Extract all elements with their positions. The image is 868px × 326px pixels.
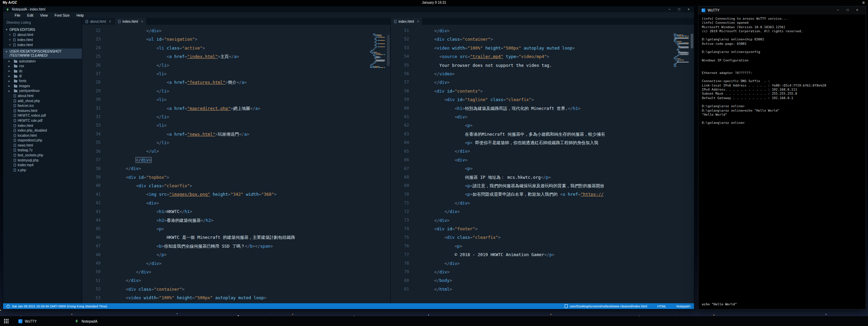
code-line[interactable]: <div id="topbox"> [116,173,390,181]
tree-folder-dl[interactable]: ▸dl [3,74,82,79]
tree-file-HKWTC_rule.pdf[interactable]: HKWTC rule.pdf [3,118,82,123]
code-line[interactable]: <p> [424,242,694,250]
scrollbar-thumb[interactable] [387,35,390,66]
code-line[interactable]: </div> [424,199,694,207]
workspace-header[interactable]: ▾ USER:/DESKTOP/SCREENSHOT /TEST/WWW CLE… [3,49,82,59]
code-line[interactable]: <a href="index.html">主頁</a> [116,52,390,61]
code-line[interactable]: </body> [424,276,694,285]
tab-close-icon[interactable]: × [109,20,111,23]
tree-file-features.html[interactable]: features.html [3,108,82,113]
code-line[interactable]: <div id="footer"> [424,225,694,233]
code-line[interactable]: <div class="clearfix"> [116,181,390,190]
code-line[interactable]: <p> 即使你不是建築師，你也能透過紅石師或鐵路工程師的身份加入我 [424,138,694,147]
menu-item-view[interactable]: View [37,13,51,17]
code-line[interactable]: <b>你知道我們全線伺服器已轉用 SSD 了嗎？</b></span> [116,242,390,250]
taskbar-item-notepada[interactable]: NotepadA [75,316,125,326]
code-line[interactable]: <a href="features.html">簡介</a> [116,78,390,87]
code-line[interactable]: <video width="100%" height="500px" autop… [116,293,390,302]
minimap[interactable] [672,34,689,67]
code-line[interactable]: </li> [116,113,390,121]
code-line[interactable]: </ul> [116,147,390,155]
code-line[interactable]: <h2>香港的建築伺服器</h2> [116,216,390,225]
code-line[interactable]: <div> [424,156,694,164]
open-editor-item[interactable]: ×index.html [3,37,82,42]
code-line[interactable]: </div> [424,207,694,216]
tree-folder-yamlyamlinux[interactable]: ▸yamlyamlinux [3,89,82,94]
code-line[interactable]: </li> [116,138,390,147]
scrollbar-thumb[interactable] [691,34,693,49]
close-icon[interactable]: × [9,43,12,47]
code-line[interactable]: <li> [116,95,390,104]
code-line[interactable]: <a href="news.html">玩家傳送門</a> [116,130,390,138]
code-line[interactable]: </li> [116,87,390,95]
code-line[interactable]: <h1>HKWTC</h1> [116,207,390,216]
start-button[interactable] [0,316,12,326]
tree-file-trailer.mp4[interactable]: trailer.mp4 [3,162,82,168]
code-line[interactable]: <li> [116,70,390,78]
tree-file-add_vhost.php[interactable]: add_vhost.php [3,98,82,103]
code-line[interactable]: 伺服器 IP 地址為： mcs.hkwtc.org</p> [424,173,694,181]
code-line[interactable]: <div> [424,113,694,121]
tree-file-news.html[interactable]: news.html [3,143,82,148]
code-line[interactable]: <p> [424,121,694,130]
code-line[interactable]: </div> [424,26,694,35]
editor[interactable]: 5152535455565758596061626364656667686970… [391,25,694,303]
maximize-button[interactable]: □ [677,8,681,11]
editor-tab-about.html[interactable]: about.html× [82,18,115,25]
open-editor-item[interactable]: ×about.html [3,32,82,37]
notepad-titlebar[interactable]: NotepadA - index.html − □ × [3,6,694,12]
menu-item-help[interactable]: Help [73,13,87,17]
code-line[interactable]: <h1>特別為建築及鐵路而設，現代化的 Minecraft 世界.</h1> [424,104,694,113]
code-line[interactable]: </li> [116,61,390,70]
code-line[interactable]: <p> [116,225,390,233]
tree-file-about.html[interactable]: about.html [3,93,82,98]
hamburger-menu-icon[interactable]: ≡ [862,1,865,4]
code-line[interactable]: Your browser does not support the video … [424,61,694,70]
code-line[interactable]: <img src="images/box.png" height="342" w… [116,190,390,198]
tree-file-teabag.7z[interactable]: teabag.7z [3,148,82,153]
menu-item-edit[interactable]: Edit [24,13,37,17]
tree-file-mapredirect.php[interactable]: mapredirect.php [3,138,82,143]
code-line[interactable]: </div> [424,268,694,276]
code-line[interactable]: 在香港的Minecraft 伺服器中，多為小遊戲和純生存的伺服器，較少擁有 [424,130,694,138]
minimize-button[interactable]: − [836,8,840,12]
minimize-button[interactable]: − [668,8,672,11]
tree-file-favicon.ico[interactable]: favicon.ico [3,103,82,108]
code-line[interactable]: HKWTC 是一個 Minecraft 的建築伺服器，主要建築計劃包括鐵路 [116,233,390,242]
open-editors-section[interactable]: ▾ OPEN EDITORS [3,27,82,32]
editor-tab-index.html[interactable]: index.html× [115,18,147,25]
minimap[interactable] [369,34,385,68]
tree-file-index.php_disabled[interactable]: index.php_disabled [3,128,82,133]
maximize-button[interactable]: □ [846,8,850,12]
code-line[interactable]: </div> [116,156,390,164]
code-line[interactable]: <a href="mapredirect.php">網上地圖</a> [116,104,390,113]
code-line[interactable]: © 2018 - 2019 HKWTC Animation Gamer</p> [424,250,694,259]
code-line[interactable]: </div> [116,164,390,173]
code-line[interactable]: </div> [116,26,390,35]
tree-file-test_sockets.php[interactable]: test_sockets.php [3,153,82,158]
code-line[interactable]: </div> [424,259,694,268]
tree-folder-autostation[interactable]: ▸autostation [3,59,82,64]
code-line[interactable]: <li class="active"> [116,44,390,52]
code-line[interactable]: <ul id="navigation"> [116,35,390,43]
code-line[interactable]: <div> [116,199,390,207]
code-line[interactable]: </html> [424,285,694,293]
code-line[interactable]: </div> [116,276,390,285]
menu-item-font-size[interactable]: Font Size [51,13,73,17]
code-line[interactable]: </div> [116,259,390,268]
open-editor-item[interactable]: ×index.html [3,42,82,47]
close-button[interactable]: × [687,8,691,11]
code-area[interactable]: </div> <ul id="navigation"> <li class="a… [109,25,390,303]
code-line[interactable]: </div> [424,78,694,87]
tree-file-HKWTC_notice.pdf[interactable]: HKWTC notice.pdf [3,113,82,118]
code-line[interactable]: <p>如有問題或需要申請白名單，歡迎加入我們的 <a href="https:/… [424,190,694,198]
code-line[interactable]: </div> [424,147,694,155]
code-line[interactable]: <source src="trailer.mp4" type="video/mp… [424,52,694,61]
code-line[interactable]: <p>請注意，我們的伺服器為確保玩家及遊玩時的質素，我們對的服器開放 [424,181,694,190]
taskbar-item-wstty[interactable]: WsTTY [18,316,69,326]
code-line[interactable]: <div class="clearfix"> [424,233,694,242]
statusbar-language[interactable]: HTML [657,304,666,308]
code-line[interactable]: <li> [116,121,390,130]
code-line[interactable]: </p> [116,250,390,259]
code-line[interactable]: <div id="contents"> [424,87,694,95]
